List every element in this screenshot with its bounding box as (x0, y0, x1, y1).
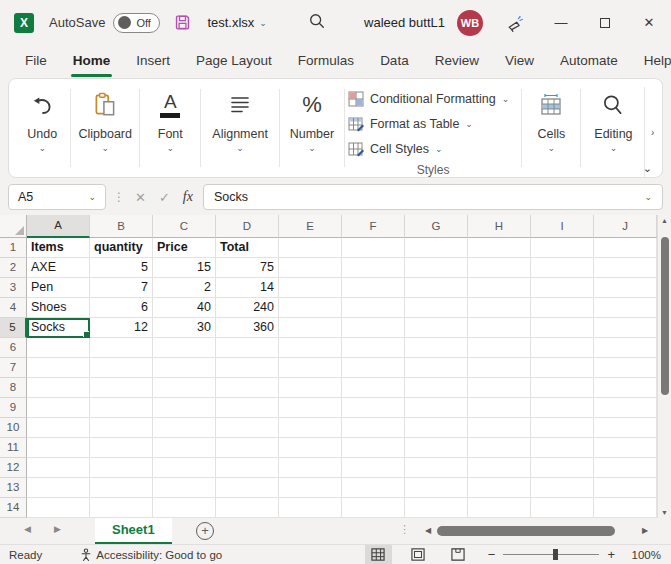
cell-E13[interactable] (279, 478, 342, 498)
cell-C11[interactable] (153, 438, 216, 458)
ribbon-tab-view[interactable]: View (492, 45, 547, 78)
column-header-e[interactable]: E (279, 215, 342, 238)
cell-G11[interactable] (405, 438, 468, 458)
cell-I8[interactable] (531, 378, 594, 398)
cell-H14[interactable] (468, 498, 531, 518)
cell-D6[interactable] (216, 338, 279, 358)
cell-C1[interactable]: Price (153, 238, 216, 258)
cells-group-button[interactable]: Cells ⌄ (525, 87, 577, 177)
ribbon-tab-file[interactable]: File (12, 45, 60, 78)
vertical-scrollbar[interactable]: ▲ ▼ (657, 215, 671, 518)
cell-C13[interactable] (153, 478, 216, 498)
cell-C3[interactable]: 2 (153, 278, 216, 298)
scroll-down-icon[interactable]: ▼ (658, 509, 671, 516)
cell-J5[interactable] (594, 318, 657, 338)
vertical-scrollbar-thumb[interactable] (661, 237, 669, 395)
cell-D5[interactable]: 360 (216, 318, 279, 338)
clipboard-group-button[interactable]: Clipboard ⌄ (74, 87, 136, 177)
cell-I5[interactable] (531, 318, 594, 338)
cell-G4[interactable] (405, 298, 468, 318)
cell-A2[interactable]: AXE (27, 258, 90, 278)
cell-G5[interactable] (405, 318, 468, 338)
zoom-out-button[interactable]: − (488, 547, 496, 562)
cell-F9[interactable] (342, 398, 405, 418)
cell-C8[interactable] (153, 378, 216, 398)
cell-A5[interactable]: Socks (27, 318, 90, 338)
cell-E5[interactable] (279, 318, 342, 338)
cell-E7[interactable] (279, 358, 342, 378)
cell-F14[interactable] (342, 498, 405, 518)
cell-J7[interactable] (594, 358, 657, 378)
zoom-level[interactable]: 100% (627, 549, 661, 561)
cell-H5[interactable] (468, 318, 531, 338)
cell-D1[interactable]: Total (216, 238, 279, 258)
horizontal-scrollbar-thumb[interactable] (437, 526, 615, 536)
cell-B3[interactable]: 7 (90, 278, 153, 298)
cell-H7[interactable] (468, 358, 531, 378)
cell-A4[interactable]: Shoes (27, 298, 90, 318)
cell-F12[interactable] (342, 458, 405, 478)
cell-J1[interactable] (594, 238, 657, 258)
cell-I9[interactable] (531, 398, 594, 418)
column-header-c[interactable]: C (153, 215, 216, 238)
cell-G12[interactable] (405, 458, 468, 478)
ribbon-tab-insert[interactable]: Insert (123, 45, 183, 78)
row-header-10[interactable]: 10 (0, 418, 27, 438)
row-header-9[interactable]: 9 (0, 398, 27, 418)
ribbon-tab-data[interactable]: Data (367, 45, 422, 78)
insert-function-button[interactable]: fx (180, 189, 196, 205)
cell-J12[interactable] (594, 458, 657, 478)
minimize-button[interactable]: — (539, 8, 583, 38)
cell-B14[interactable] (90, 498, 153, 518)
maximize-button[interactable] (583, 8, 627, 38)
row-header-5[interactable]: 5 (0, 318, 27, 338)
cell-H8[interactable] (468, 378, 531, 398)
cell-F1[interactable] (342, 238, 405, 258)
cell-I10[interactable] (531, 418, 594, 438)
cell-E2[interactable] (279, 258, 342, 278)
cell-H13[interactable] (468, 478, 531, 498)
ribbon-tab-page-layout[interactable]: Page Layout (183, 45, 285, 78)
cell-H11[interactable] (468, 438, 531, 458)
cell-F3[interactable] (342, 278, 405, 298)
format-as-table-button[interactable]: Format as Table ⌄ (348, 112, 518, 137)
cell-C12[interactable] (153, 458, 216, 478)
select-all-button[interactable] (0, 215, 27, 238)
cell-E12[interactable] (279, 458, 342, 478)
search-button[interactable] (308, 12, 326, 30)
cell-H12[interactable] (468, 458, 531, 478)
cell-D4[interactable]: 240 (216, 298, 279, 318)
excel-app-icon[interactable]: X (14, 13, 34, 33)
cell-E6[interactable] (279, 338, 342, 358)
row-header-11[interactable]: 11 (0, 438, 27, 458)
cell-B5[interactable]: 12 (90, 318, 153, 338)
cell-H1[interactable] (468, 238, 531, 258)
cell-E14[interactable] (279, 498, 342, 518)
next-sheet-icon[interactable]: ▶ (54, 524, 61, 534)
cell-D2[interactable]: 75 (216, 258, 279, 278)
cell-D14[interactable] (216, 498, 279, 518)
cell-B2[interactable]: 5 (90, 258, 153, 278)
cell-J8[interactable] (594, 378, 657, 398)
cell-F6[interactable] (342, 338, 405, 358)
cell-G13[interactable] (405, 478, 468, 498)
cell-B13[interactable] (90, 478, 153, 498)
page-layout-view-button[interactable] (405, 545, 432, 564)
new-sheet-button[interactable]: + (196, 522, 214, 540)
cell-I11[interactable] (531, 438, 594, 458)
sheet-tab-sheet1[interactable]: Sheet1 (95, 518, 172, 544)
ribbon-tab-review[interactable]: Review (422, 45, 492, 78)
cell-G1[interactable] (405, 238, 468, 258)
cell-D11[interactable] (216, 438, 279, 458)
whats-new-button[interactable] (505, 13, 525, 33)
cell-B6[interactable] (90, 338, 153, 358)
cell-E4[interactable] (279, 298, 342, 318)
cell-C14[interactable] (153, 498, 216, 518)
cell-F2[interactable] (342, 258, 405, 278)
editing-group-button[interactable]: Editing ⌄ (584, 87, 642, 177)
cell-I1[interactable] (531, 238, 594, 258)
cancel-entry-button[interactable]: ✕ (132, 190, 149, 205)
column-header-d[interactable]: D (216, 215, 279, 238)
row-header-3[interactable]: 3 (0, 278, 27, 298)
cell-A7[interactable] (27, 358, 90, 378)
